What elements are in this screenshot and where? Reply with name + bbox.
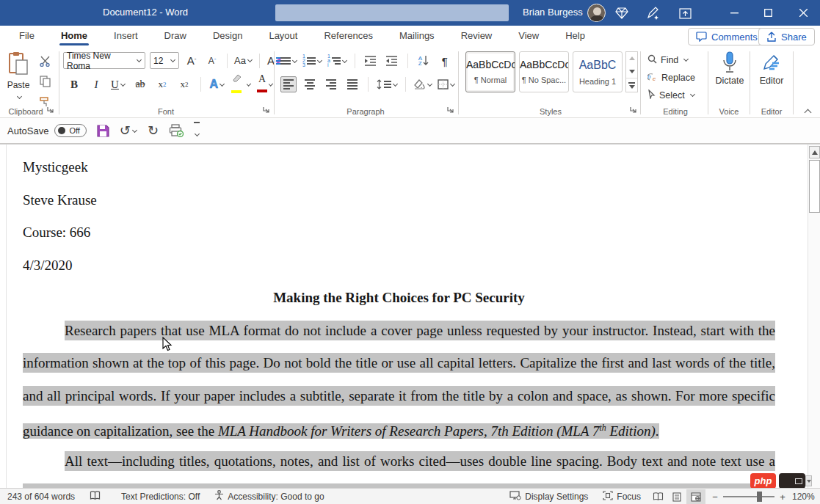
maximize-button[interactable] [752, 0, 784, 26]
decrease-indent-button[interactable] [363, 53, 379, 69]
web-layout-button[interactable] [686, 489, 705, 504]
display-settings-button[interactable]: Display Settings [502, 489, 595, 504]
borders-button[interactable] [438, 76, 455, 92]
cut-button[interactable] [37, 53, 53, 69]
premium-diamond-icon[interactable] [614, 5, 630, 21]
align-right-button[interactable] [323, 76, 339, 92]
search-box[interactable] [275, 4, 509, 21]
align-center-button[interactable] [302, 76, 318, 92]
align-left-button[interactable] [280, 76, 297, 92]
pen-sparkle-icon[interactable] [645, 5, 661, 21]
tab-references[interactable]: References [311, 26, 385, 47]
italic-button[interactable]: I [88, 76, 104, 92]
styles-scroll-down-button[interactable] [626, 65, 637, 78]
editor-button[interactable]: Editor [751, 51, 792, 86]
shading-button[interactable] [413, 76, 432, 92]
document-text-line: Mysticgeek [23, 157, 775, 177]
multilevel-list-button[interactable]: 1ai [327, 53, 347, 69]
styles-scroll-up-button[interactable] [626, 52, 637, 65]
bold-button[interactable]: B [66, 76, 82, 92]
style-no-spacing[interactable]: AaBbCcDc ¶ No Spac... [519, 51, 569, 92]
copy-button[interactable] [37, 73, 53, 90]
styles-more-button[interactable] [626, 78, 637, 92]
document-lines: MysticgeekSteve KrauseCourse: 6664/3/202… [23, 157, 775, 488]
clipboard-dialog-launcher[interactable] [47, 106, 56, 115]
tab-help[interactable]: Help [552, 26, 598, 47]
autosave-toggle[interactable]: Off [54, 124, 86, 137]
tab-insert[interactable]: Insert [101, 26, 151, 47]
grow-font-button[interactable]: Aˆ [184, 53, 200, 69]
subscript-button[interactable]: x2 [154, 76, 170, 92]
sort-button[interactable]: AZ [416, 53, 432, 69]
customize-qat-button[interactable] [194, 122, 200, 139]
increase-indent-button[interactable] [384, 53, 400, 69]
minimize-button[interactable] [718, 0, 750, 26]
undo-chevron-icon [132, 127, 137, 132]
zoom-slider-thumb[interactable] [757, 492, 762, 502]
vertical-scrollbar[interactable] [808, 145, 820, 488]
numbering-button[interactable]: 123 [302, 53, 322, 69]
underline-button[interactable]: U [110, 76, 126, 92]
font-name-combo[interactable]: Times New Roma [63, 52, 145, 69]
zoom-slider[interactable] [723, 496, 774, 497]
read-mode-button[interactable] [648, 489, 667, 504]
tab-view[interactable]: View [505, 26, 552, 47]
text-predictions-status[interactable]: Text Predictions: Off [114, 489, 207, 504]
dictate-button[interactable]: Dictate [709, 51, 750, 86]
tab-layout[interactable]: Layout [255, 26, 311, 47]
tab-review[interactable]: Review [448, 26, 506, 47]
justify-button[interactable] [344, 76, 360, 92]
redo-button[interactable]: ↻ [148, 125, 159, 136]
style-normal[interactable]: AaBbCcDc ¶ Normal [465, 51, 515, 92]
shrink-font-button[interactable]: Aˇ [204, 53, 220, 69]
pilcrow-button[interactable]: ¶ [437, 53, 453, 69]
change-case-button[interactable]: Aa [234, 53, 253, 69]
font-size-combo[interactable]: 12 [150, 52, 179, 69]
print-layout-button[interactable] [667, 489, 686, 504]
font-color-button[interactable]: A [257, 76, 273, 92]
tab-design[interactable]: Design [200, 26, 255, 47]
overlay-dropdown[interactable] [805, 475, 812, 486]
styles-dialog-launcher[interactable] [630, 106, 639, 115]
proofing-status[interactable] [82, 489, 108, 504]
undo-button[interactable]: ↺ [120, 125, 137, 136]
document-canvas[interactable]: MysticgeekSteve KrauseCourse: 6664/3/202… [0, 144, 820, 488]
tab-draw[interactable]: Draw [151, 26, 200, 47]
highlight-color-button[interactable] [231, 76, 251, 92]
paragraph-dialog-launcher[interactable] [447, 106, 456, 115]
word-count[interactable]: 243 of 604 words [0, 489, 82, 504]
tab-home[interactable]: Home [48, 26, 101, 47]
document-text-line: Course: 666 [23, 222, 775, 242]
style-heading1[interactable]: AaBbC Heading 1 [573, 51, 623, 92]
avatar[interactable] [587, 4, 606, 22]
comments-button[interactable]: Comments [688, 28, 766, 45]
focus-button[interactable]: Focus [595, 489, 648, 504]
superscript-button[interactable]: x2 [176, 76, 192, 92]
tab-file[interactable]: File [6, 26, 48, 47]
strikethrough-button[interactable]: ab [132, 76, 148, 92]
select-button[interactable]: Select [647, 87, 695, 103]
text-effects-button[interactable]: A [209, 76, 225, 92]
replace-button[interactable]: bc Replace [647, 69, 695, 86]
share-button[interactable]: Share [758, 28, 815, 45]
scroll-up-button[interactable] [809, 146, 820, 158]
scrollbar-thumb[interactable] [809, 160, 820, 213]
zoom-out-button[interactable]: − [711, 492, 719, 503]
overlay-control[interactable] [779, 473, 805, 488]
editor-pencil-icon [761, 65, 782, 76]
collapse-ribbon-button[interactable] [801, 106, 814, 116]
paste-button[interactable]: Paste [3, 51, 34, 104]
tab-mailings[interactable]: Mailings [386, 26, 448, 47]
save-button[interactable] [97, 125, 109, 137]
user-name[interactable]: Brian Burgess [523, 7, 583, 18]
quick-print-button[interactable] [169, 124, 184, 137]
close-button[interactable] [787, 0, 819, 26]
line-spacing-button[interactable] [376, 76, 398, 92]
find-button[interactable]: Find [647, 51, 695, 68]
bullets-button[interactable] [280, 53, 297, 69]
font-dialog-launcher[interactable] [263, 106, 272, 115]
zoom-level[interactable]: 120% [792, 492, 817, 502]
zoom-in-button[interactable]: + [779, 492, 786, 503]
accessibility-status[interactable]: Accessibility: Good to go [207, 489, 331, 504]
ribbon-display-options-icon[interactable] [677, 5, 693, 21]
